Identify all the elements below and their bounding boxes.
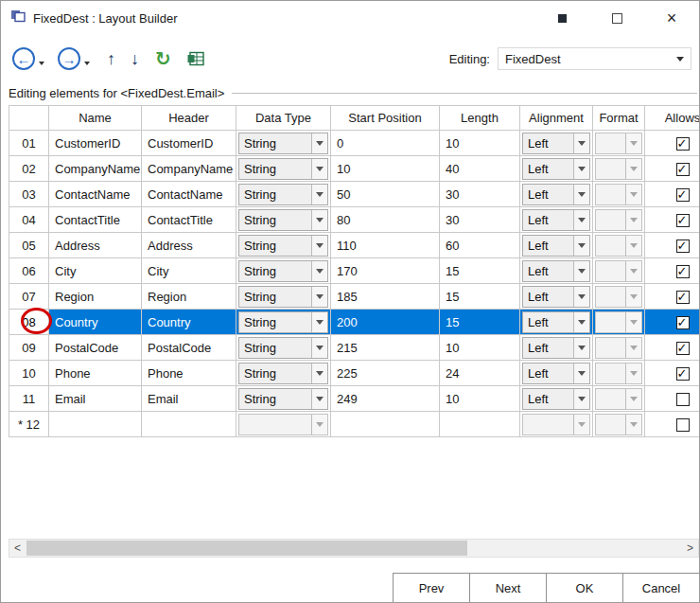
allows-checkbox[interactable]	[676, 137, 690, 151]
start-position-cell[interactable]: 10	[331, 156, 440, 182]
column-header[interactable]: Length	[440, 106, 520, 131]
table-row[interactable]: 08 Country Country String 200 15 Left	[9, 310, 700, 335]
row-header-cell[interactable]: 02	[9, 156, 49, 182]
header-cell[interactable]: Address	[142, 233, 236, 258]
chevron-down-icon[interactable]	[573, 389, 589, 409]
scroll-left-button[interactable]: <	[9, 540, 26, 557]
alignment-combobox[interactable]: Left	[522, 388, 590, 410]
alignment-combobox[interactable]: Left	[522, 286, 590, 308]
chevron-down-icon[interactable]	[311, 210, 327, 230]
chevron-down-icon[interactable]	[625, 210, 641, 230]
refresh-button[interactable]: ↻	[155, 47, 171, 70]
row-header-cell[interactable]: 10	[9, 361, 49, 386]
alignment-combobox[interactable]: Left	[522, 158, 590, 180]
export-grid-button[interactable]	[187, 51, 205, 66]
column-header[interactable]: Header	[142, 106, 236, 131]
alignment-combobox[interactable]: Left	[522, 235, 590, 257]
name-cell[interactable]: Phone	[49, 361, 142, 386]
chevron-down-icon[interactable]	[311, 364, 327, 383]
length-cell[interactable]: 15	[440, 258, 520, 284]
chevron-down-icon[interactable]	[311, 287, 327, 307]
allows-checkbox[interactable]	[676, 265, 690, 278]
name-cell[interactable]: ContactName	[49, 182, 142, 207]
name-cell[interactable]	[49, 412, 142, 437]
row-header-cell[interactable]: 03	[9, 182, 49, 207]
move-down-button[interactable]: ↓	[131, 49, 139, 69]
back-button[interactable]: ←	[12, 47, 35, 70]
name-cell[interactable]: Region	[49, 284, 142, 310]
start-position-cell[interactable]: 110	[331, 233, 440, 258]
name-cell[interactable]: CompanyName	[49, 156, 142, 182]
table-row[interactable]: 10 Phone Phone String 225 24 Left	[9, 361, 700, 386]
chevron-down-icon[interactable]	[311, 133, 327, 153]
format-combobox[interactable]	[595, 260, 642, 282]
length-cell[interactable]	[440, 412, 520, 437]
row-header-cell[interactable]: 01	[9, 131, 49, 156]
column-header[interactable]: Format	[593, 106, 645, 131]
chevron-down-icon[interactable]	[625, 236, 641, 256]
data-type-combobox[interactable]	[238, 414, 328, 435]
data-type-combobox[interactable]: String	[238, 235, 328, 257]
forward-dropdown-icon[interactable]	[84, 62, 90, 65]
next-button[interactable]: Next	[469, 574, 546, 602]
row-header-cell[interactable]: 05	[9, 233, 49, 258]
horizontal-scrollbar[interactable]: < >	[9, 539, 699, 558]
length-cell[interactable]: 30	[440, 182, 520, 207]
row-header-corner[interactable]	[9, 106, 49, 131]
alignment-combobox[interactable]: Left	[522, 363, 590, 384]
name-cell[interactable]: ContactTitle	[49, 207, 142, 233]
header-cell[interactable]: PostalCode	[142, 335, 236, 361]
ok-button[interactable]: OK	[546, 574, 622, 602]
allows-checkbox[interactable]	[676, 291, 690, 304]
format-combobox[interactable]	[595, 311, 642, 333]
chevron-down-icon[interactable]	[625, 415, 641, 435]
allows-checkbox[interactable]	[676, 214, 690, 227]
close-button[interactable]: ×	[644, 1, 699, 35]
chevron-down-icon[interactable]	[311, 185, 327, 204]
length-cell[interactable]: 10	[440, 386, 520, 412]
chevron-down-icon[interactable]	[625, 389, 641, 409]
format-combobox[interactable]	[595, 388, 642, 410]
name-cell[interactable]: Email	[49, 386, 142, 412]
format-combobox[interactable]	[595, 337, 642, 359]
chevron-down-icon[interactable]	[573, 159, 589, 179]
length-cell[interactable]: 40	[440, 156, 520, 182]
format-combobox[interactable]	[595, 414, 642, 435]
allows-checkbox[interactable]	[676, 316, 690, 329]
length-cell[interactable]: 15	[440, 284, 520, 310]
header-cell[interactable]	[142, 412, 236, 437]
start-position-cell[interactable]: 200	[331, 310, 440, 335]
start-position-cell[interactable]: 225	[331, 361, 440, 386]
chevron-down-icon[interactable]	[573, 415, 589, 435]
header-cell[interactable]: CustomerID	[142, 131, 236, 156]
alignment-combobox[interactable]	[522, 414, 590, 435]
table-row[interactable]: 05 Address Address String 110 60 Left	[9, 233, 700, 258]
row-header-cell[interactable]: 11	[9, 386, 49, 412]
alignment-combobox[interactable]: Left	[522, 337, 590, 359]
start-position-cell[interactable]: 215	[331, 335, 440, 361]
data-type-combobox[interactable]: String	[238, 184, 328, 205]
header-cell[interactable]: CompanyName	[142, 156, 236, 182]
header-cell[interactable]: Country	[142, 310, 236, 335]
cancel-button[interactable]: Cancel	[622, 574, 699, 602]
start-position-cell[interactable]: 50	[331, 182, 440, 207]
alignment-combobox[interactable]: Left	[522, 209, 590, 231]
column-header[interactable]: Data Type	[236, 106, 331, 131]
start-position-cell[interactable]: 249	[331, 386, 440, 412]
data-type-combobox[interactable]: String	[238, 209, 328, 231]
format-combobox[interactable]	[595, 184, 642, 205]
data-type-combobox[interactable]: String	[238, 158, 328, 180]
length-cell[interactable]: 30	[440, 207, 520, 233]
header-cell[interactable]: ContactTitle	[142, 207, 236, 233]
move-up-button[interactable]: ↑	[107, 49, 115, 69]
chevron-down-icon[interactable]	[573, 287, 589, 307]
chevron-down-icon[interactable]	[625, 133, 641, 153]
data-type-combobox[interactable]: String	[238, 260, 328, 282]
chevron-down-icon[interactable]	[311, 236, 327, 256]
start-position-cell[interactable]: 170	[331, 258, 440, 284]
start-position-cell[interactable]	[331, 412, 440, 437]
alignment-combobox[interactable]: Left	[522, 260, 590, 282]
format-combobox[interactable]	[595, 235, 642, 257]
data-type-combobox[interactable]: String	[238, 133, 328, 154]
table-row[interactable]: 07 Region Region String 185 15 Left	[9, 284, 700, 310]
